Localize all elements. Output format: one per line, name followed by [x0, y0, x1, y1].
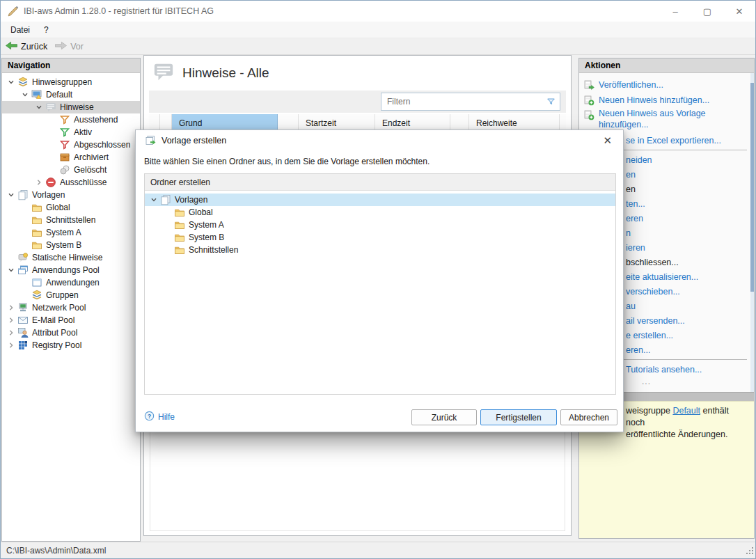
hinweise-bubble-icon	[153, 61, 174, 84]
mail-icon	[17, 315, 29, 326]
tree-item[interactable]: Global	[2, 201, 140, 214]
tree-item[interactable]: Attribut Pool	[2, 326, 140, 339]
tree-item[interactable]: System B	[2, 239, 140, 251]
chevron-right-icon[interactable]	[33, 178, 45, 187]
chevron-down-icon[interactable]	[5, 191, 17, 199]
chevron-empty[interactable]	[162, 246, 173, 254]
chevron-down-icon[interactable]	[148, 196, 159, 204]
tree-item[interactable]: Vorlagen	[2, 189, 140, 201]
chevron-right-icon[interactable]	[5, 304, 17, 312]
filter-funnel-icon[interactable]	[544, 96, 558, 107]
tree-item[interactable]: Aktiv	[2, 126, 140, 139]
funnel-red-icon	[58, 139, 71, 150]
chevron-empty[interactable]	[162, 208, 173, 216]
back-dialog-button[interactable]: Zurück	[411, 409, 477, 425]
navigation-panel: Navigation Hinweisgruppen Default Hinwei…	[1, 58, 141, 542]
chevron-empty[interactable]	[47, 128, 58, 136]
resize-grip-icon[interactable]	[746, 546, 754, 557]
toolbar: Zurück Vor	[1, 38, 755, 55]
tree-item[interactable]: Hinweise	[2, 101, 140, 113]
tree-item[interactable]: Abgeschlossen	[2, 139, 140, 151]
filter-input[interactable]	[381, 97, 544, 107]
tree-item[interactable]: Gruppen	[2, 289, 140, 301]
chevron-empty[interactable]	[19, 291, 31, 299]
pages-icon	[17, 189, 29, 200]
chevron-empty[interactable]	[19, 203, 31, 212]
tree-item[interactable]: Anwendungs Pool	[2, 264, 140, 276]
folder-icon	[173, 207, 186, 218]
chevron-empty[interactable]	[19, 228, 31, 237]
dialog-close-icon[interactable]: ✕	[600, 133, 615, 148]
tree-item[interactable]: Statische Hinweise	[2, 251, 140, 264]
folder-tree-item[interactable]: Schnittstellen	[145, 244, 615, 256]
tree-item[interactable]: Netzwerk Pool	[2, 301, 140, 314]
action-link[interactable]: Neuen Hinweis hinzufügen...	[579, 93, 754, 108]
chevron-down-icon[interactable]	[5, 78, 17, 86]
funnel-orange-icon	[58, 114, 71, 125]
minimize-icon[interactable]: –	[659, 1, 691, 22]
pages-icon	[159, 194, 172, 205]
svg-text:?: ?	[148, 413, 151, 420]
chevron-down-icon[interactable]	[19, 90, 31, 99]
chevron-empty[interactable]	[162, 221, 173, 229]
folder-tree-item[interactable]: System A	[145, 219, 615, 231]
maximize-icon[interactable]: ▢	[691, 1, 723, 22]
menu-datei[interactable]: Datei	[1, 25, 37, 35]
help-icon: ?	[144, 411, 155, 423]
navigation-header: Navigation	[2, 58, 140, 73]
folder-tree-item[interactable]: Global	[145, 206, 615, 219]
chevron-right-icon[interactable]	[5, 341, 17, 349]
chevron-down-icon[interactable]	[33, 103, 45, 111]
action-link[interactable]: Veröffentlichen...	[579, 77, 754, 93]
folder-tree-item[interactable]: Vorlagen	[145, 194, 615, 206]
tree-item[interactable]: Anwendungen	[2, 276, 140, 289]
titlebar: IBI-aws Admin 1.28.0 - registriert für I…	[1, 1, 755, 22]
tree-item[interactable]: Ausstehend	[2, 113, 140, 126]
app-window: IBI-aws Admin 1.28.0 - registriert für I…	[0, 0, 756, 559]
menubar: Datei ?	[1, 22, 755, 38]
tree-item[interactable]: E-Mail Pool	[2, 314, 140, 326]
group-icon	[17, 77, 29, 88]
close-icon[interactable]: ✕	[723, 1, 755, 22]
tree-item[interactable]: Gelöscht	[2, 164, 140, 176]
cancel-button[interactable]: Abbrechen	[560, 409, 617, 425]
filter-strip	[149, 90, 566, 113]
finish-button[interactable]: Fertigstellen	[480, 409, 557, 425]
navigation-tree: Hinweisgruppen Default Hinweise Ausstehe…	[2, 73, 140, 352]
default-group-link[interactable]: Default	[672, 406, 700, 416]
template-create-icon	[144, 135, 157, 146]
folder-icon	[173, 219, 186, 230]
scrollbar-thumb[interactable]	[750, 83, 754, 292]
chevron-right-icon[interactable]	[5, 329, 17, 337]
chevron-empty[interactable]	[5, 253, 17, 262]
add-icon	[583, 95, 595, 106]
chevron-right-icon[interactable]	[5, 316, 17, 324]
chevron-empty[interactable]	[162, 233, 173, 242]
menu-help[interactable]: ?	[37, 25, 56, 35]
app-logo-icon	[7, 6, 19, 17]
tree-item[interactable]: Schnittstellen	[2, 214, 140, 226]
tree-item[interactable]: System A	[2, 226, 140, 239]
tree-item[interactable]: Hinweisgruppen	[2, 76, 140, 88]
chevron-down-icon[interactable]	[5, 266, 17, 274]
tree-item[interactable]: Default	[2, 88, 140, 101]
tree-item[interactable]: Archiviert	[2, 151, 140, 164]
tree-item[interactable]: Ausschlüsse	[2, 176, 140, 189]
section-header: Ordner erstellen	[145, 174, 615, 191]
actions-scrollbar[interactable]	[750, 73, 754, 392]
chevron-empty[interactable]	[47, 153, 58, 162]
back-button[interactable]: Zurück	[5, 40, 47, 53]
tree-item[interactable]: Registry Pool	[2, 339, 140, 352]
folder-icon	[173, 244, 186, 255]
chevron-empty[interactable]	[19, 241, 31, 249]
chevron-empty[interactable]	[47, 116, 58, 124]
help-link[interactable]: ? Hilfe	[144, 411, 175, 423]
back-arrow-icon	[5, 40, 18, 53]
forward-button[interactable]: Vor	[54, 40, 84, 53]
chevron-empty[interactable]	[19, 278, 31, 287]
folder-tree-item[interactable]: System B	[145, 231, 615, 244]
chevron-empty[interactable]	[19, 216, 31, 224]
chevron-empty[interactable]	[47, 141, 58, 149]
chevron-empty[interactable]	[47, 166, 58, 174]
app-pool-icon	[17, 265, 29, 276]
